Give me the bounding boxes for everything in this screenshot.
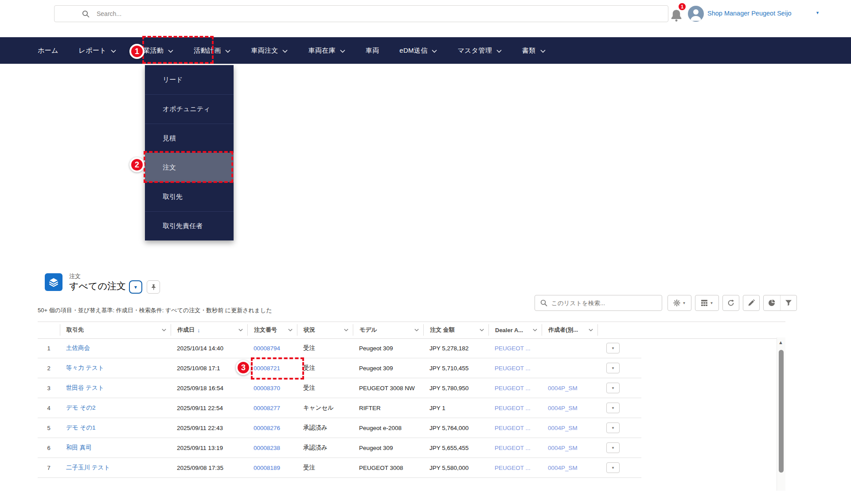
dealer-link[interactable]: PEUGEOT ...: [495, 445, 531, 451]
creator-link[interactable]: 0004P_SM: [548, 405, 578, 411]
model-cell: Peugeot e-2008: [353, 425, 423, 431]
chevron-down-icon[interactable]: [533, 329, 537, 331]
global-search-box[interactable]: [54, 5, 668, 22]
filter-button[interactable]: [780, 295, 796, 310]
order-number-link[interactable]: 00008238: [254, 445, 280, 451]
global-search-input[interactable]: [97, 10, 540, 17]
vertical-scrollbar[interactable]: ▲: [777, 337, 785, 491]
column-header-created-date[interactable]: 作成日↓: [171, 324, 247, 336]
dealer-link[interactable]: PEUGEOT ...: [495, 365, 531, 372]
table-row[interactable]: 4 デモ その2 2025/09/11 22:54 00008277 キャンセル…: [38, 398, 641, 418]
user-menu-caret-icon[interactable]: ▼: [816, 11, 820, 15]
nav-item[interactable]: eDM送信: [399, 47, 437, 55]
creator-link[interactable]: 0004P_SM: [548, 385, 578, 392]
order-number-link[interactable]: 00008276: [254, 425, 280, 431]
table-row[interactable]: 5 デモ その1 2025/09/11 22:43 00008276 承認済み …: [38, 418, 641, 438]
scroll-up-arrow-icon[interactable]: ▲: [778, 340, 783, 345]
list-settings-button[interactable]: ▼: [668, 295, 691, 311]
dealer-link[interactable]: PEUGEOT ...: [495, 465, 531, 471]
list-view-select-button[interactable]: ▼: [129, 280, 142, 294]
dropdown-menu-item[interactable]: 見積: [145, 124, 234, 153]
chevron-down-icon[interactable]: [238, 329, 243, 331]
dropdown-menu-item[interactable]: リード: [145, 65, 234, 94]
chevron-down-icon[interactable]: [589, 329, 593, 331]
dropdown-menu-item[interactable]: 取引先責任者: [145, 211, 234, 240]
row-number: 2: [38, 365, 60, 372]
row-actions-button[interactable]: ▼: [606, 442, 620, 453]
model-cell: Peugeot 309: [353, 365, 423, 372]
refresh-icon: [727, 299, 734, 306]
nav-item[interactable]: 書類: [522, 47, 546, 55]
chevron-down-icon[interactable]: [480, 329, 484, 331]
notification-badge[interactable]: 1: [678, 2, 687, 11]
nav-item[interactable]: ホーム: [38, 47, 59, 55]
annotation-step-1: 1: [129, 44, 144, 59]
chevron-down-icon: ▼: [611, 366, 615, 370]
nav-item[interactable]: マスタ管理: [457, 47, 502, 55]
avatar[interactable]: [688, 6, 704, 22]
nav-item[interactable]: 車両: [366, 47, 379, 55]
row-actions-button[interactable]: ▼: [606, 383, 620, 393]
account-link[interactable]: 土佐商会: [66, 345, 90, 351]
row-number: 5: [38, 425, 60, 431]
order-number-link[interactable]: 00008370: [254, 385, 280, 392]
order-number-link[interactable]: 00008277: [254, 405, 280, 411]
account-link[interactable]: デモ その1: [66, 424, 96, 431]
dropdown-menu-item[interactable]: 注文: [145, 153, 234, 182]
nav-item[interactable]: 車両注文: [251, 47, 288, 55]
table-row[interactable]: 2 等々力 テスト 2025/10/08 17:1 00008721 受注 Pe…: [38, 358, 641, 378]
column-header-model[interactable]: モデル: [353, 324, 423, 336]
account-link[interactable]: 等々力 テスト: [66, 364, 104, 371]
row-actions-button[interactable]: ▼: [606, 343, 620, 353]
dealer-link[interactable]: PEUGEOT ...: [495, 425, 531, 431]
user-menu-link[interactable]: Shop Manager Peugeot Seijo: [707, 10, 791, 17]
row-actions-button[interactable]: ▼: [606, 363, 620, 373]
dropdown-menu-item[interactable]: 取引先: [145, 182, 234, 211]
creator-link[interactable]: 0004P_SM: [548, 445, 578, 451]
nav-item[interactable]: 車両在庫: [308, 47, 345, 55]
dealer-link[interactable]: PEUGEOT ...: [495, 385, 531, 392]
scrollbar-thumb[interactable]: [779, 350, 784, 473]
table-row[interactable]: 7 二子玉川 テスト 2025/09/08 17:35 00008189 受注 …: [38, 458, 641, 478]
nav-item[interactable]: 活動計画: [194, 47, 230, 55]
creator-link[interactable]: 0004P_SM: [548, 425, 578, 431]
charts-button[interactable]: [764, 295, 780, 310]
created-date-cell: 2025/09/18 16:54: [171, 385, 247, 392]
pin-list-button[interactable]: [147, 280, 160, 294]
edit-button[interactable]: [743, 295, 760, 311]
order-number-link[interactable]: 00008189: [254, 465, 280, 471]
row-actions-button[interactable]: ▼: [606, 403, 620, 413]
dropdown-menu-item[interactable]: オポチュニティ: [145, 94, 234, 124]
row-actions-button[interactable]: ▼: [606, 423, 620, 433]
column-header-order-number[interactable]: 注文番号: [247, 324, 297, 336]
dealer-link[interactable]: PEUGEOT ...: [495, 345, 531, 352]
column-header-account[interactable]: 取引先: [60, 324, 171, 336]
account-link[interactable]: デモ その2: [66, 404, 96, 411]
table-row[interactable]: 1 土佐商会 2025/10/14 14:40 00008794 受注 Peug…: [38, 338, 641, 358]
display-as-button[interactable]: ▼: [695, 295, 719, 311]
column-header-status[interactable]: 状況: [297, 324, 353, 336]
refresh-button[interactable]: [722, 295, 739, 311]
order-number-link[interactable]: 00008721: [254, 365, 280, 372]
order-number-link[interactable]: 00008794: [254, 345, 280, 352]
chevron-down-icon[interactable]: [344, 329, 348, 331]
table-row[interactable]: 6 和田 真司 2025/09/11 13:19 00008238 承認済み P…: [38, 438, 641, 458]
row-actions-button[interactable]: ▼: [606, 462, 620, 473]
settings-gear-icon: [673, 299, 680, 306]
dealer-link[interactable]: PEUGEOT ...: [495, 405, 531, 411]
chevron-down-icon[interactable]: [288, 329, 293, 331]
column-header-creator[interactable]: 作成者(別...: [542, 324, 597, 336]
nav-item[interactable]: レポート: [79, 47, 116, 55]
chevron-down-icon[interactable]: [162, 329, 166, 331]
orders-object-icon: [45, 273, 62, 291]
creator-link[interactable]: 0004P_SM: [548, 465, 578, 471]
column-header-amount[interactable]: 注文 金額: [423, 324, 488, 336]
list-search-box[interactable]: [535, 295, 662, 311]
account-link[interactable]: 二子玉川 テスト: [66, 464, 110, 471]
table-row[interactable]: 3 世田谷 テスト 2025/09/18 16:54 00008370 受注 P…: [38, 378, 641, 398]
account-link[interactable]: 和田 真司: [66, 444, 92, 451]
chevron-down-icon[interactable]: [414, 329, 419, 331]
column-header-dealer[interactable]: Dealer A...: [488, 324, 542, 336]
account-link[interactable]: 世田谷 テスト: [66, 384, 104, 391]
list-search-input[interactable]: [551, 300, 649, 306]
